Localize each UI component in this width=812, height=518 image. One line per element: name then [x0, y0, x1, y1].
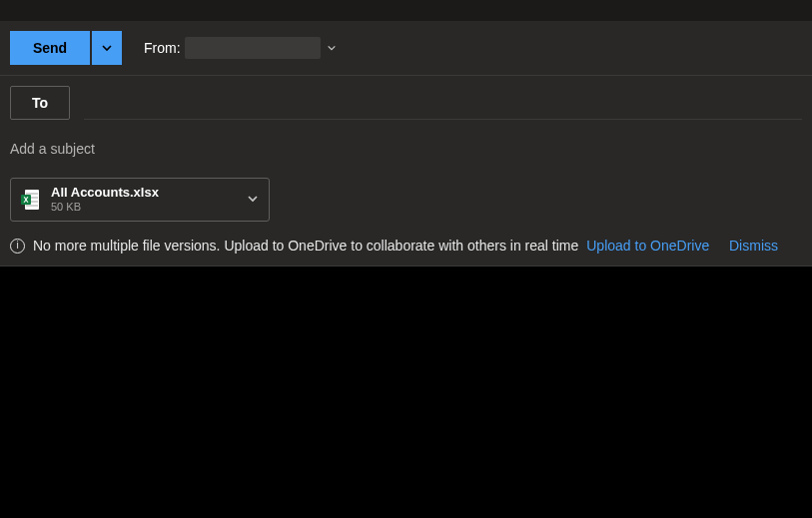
attachment-card[interactable]: All Accounts.xlsx 50 KB	[10, 178, 270, 222]
to-row: To	[0, 76, 812, 132]
send-row: Send From:	[0, 21, 812, 75]
from-address-dropdown[interactable]	[327, 43, 337, 53]
from-address-redacted[interactable]	[185, 37, 321, 59]
subject-row	[0, 132, 812, 178]
attachments-row: All Accounts.xlsx 50 KB	[0, 178, 812, 236]
chevron-down-icon	[327, 43, 337, 53]
svg-rect-1	[26, 193, 38, 195]
svg-rect-4	[26, 205, 38, 207]
to-input[interactable]	[84, 86, 802, 119]
attachment-size: 50 KB	[51, 200, 247, 214]
attachment-filename: All Accounts.xlsx	[51, 186, 247, 200]
upload-to-onedrive-link[interactable]: Upload to OneDrive	[586, 238, 709, 254]
window-titlebar-strip	[0, 0, 812, 21]
dismiss-link[interactable]: Dismiss	[729, 238, 778, 254]
compose-panel: Send From: To	[0, 21, 812, 266]
excel-file-icon	[21, 190, 39, 210]
to-field-wrap	[84, 86, 802, 120]
chevron-down-icon	[101, 42, 113, 54]
attachment-options-dropdown[interactable]	[247, 191, 259, 209]
send-button[interactable]: Send	[10, 31, 90, 65]
divider	[0, 265, 812, 266]
compose-window: Send From: To	[0, 0, 812, 518]
to-button[interactable]: To	[10, 86, 70, 120]
send-options-dropdown[interactable]	[92, 31, 122, 65]
info-icon: i	[10, 239, 25, 254]
onedrive-info-banner: i No more multiple file versions. Upload…	[0, 236, 812, 265]
info-banner-text: No more multiple file versions. Upload t…	[33, 238, 578, 254]
from-label: From:	[144, 40, 181, 56]
subject-input[interactable]	[10, 141, 802, 157]
chevron-down-icon	[247, 193, 259, 205]
